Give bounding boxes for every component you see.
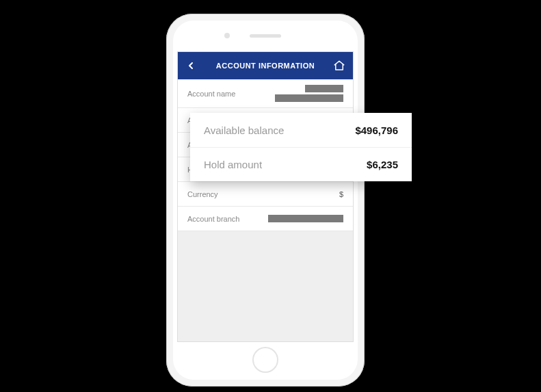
home-button[interactable] <box>332 59 346 73</box>
phone-home-button[interactable] <box>252 347 278 373</box>
home-icon <box>333 60 345 72</box>
app-header: ACCOUNT INFORMATION <box>178 52 353 79</box>
redacted-block <box>305 85 343 92</box>
phone-bezel: ACCOUNT INFORMATION Account name Account… <box>173 21 358 380</box>
redacted-account-branch <box>268 215 343 222</box>
callout-value-hold-amount: $6,235 <box>367 159 398 170</box>
back-button[interactable] <box>185 60 197 72</box>
page-title: ACCOUNT INFORMATION <box>216 62 315 70</box>
row-account-name: Account name <box>178 79 353 108</box>
chevron-left-icon <box>185 60 196 71</box>
label-account-branch: Account branch <box>187 215 239 223</box>
value-currency: $ <box>339 190 343 198</box>
callout-label-hold-amount: Hold amount <box>204 159 262 170</box>
callout-label-available-balance: Available balance <box>204 125 284 136</box>
phone-camera <box>224 33 230 38</box>
label-account-name: Account name <box>187 90 235 98</box>
phone-speaker <box>250 34 281 38</box>
callout-value-available-balance: $496,796 <box>355 125 398 136</box>
redacted-account-name <box>275 85 343 102</box>
phone-frame: ACCOUNT INFORMATION Account name Account… <box>166 14 365 387</box>
callout-row-available-balance: Available balance $496,796 <box>190 113 412 147</box>
redacted-block <box>275 94 343 102</box>
label-currency: Currency <box>187 190 218 198</box>
callout-row-hold-amount: Hold amount $6,235 <box>190 147 412 181</box>
balance-callout: Available balance $496,796 Hold amount $… <box>190 113 412 181</box>
empty-area <box>178 231 353 341</box>
app-screen: ACCOUNT INFORMATION Account name Account… <box>177 51 354 342</box>
row-account-branch: Account branch <box>178 207 353 231</box>
row-currency: Currency $ <box>178 182 353 207</box>
